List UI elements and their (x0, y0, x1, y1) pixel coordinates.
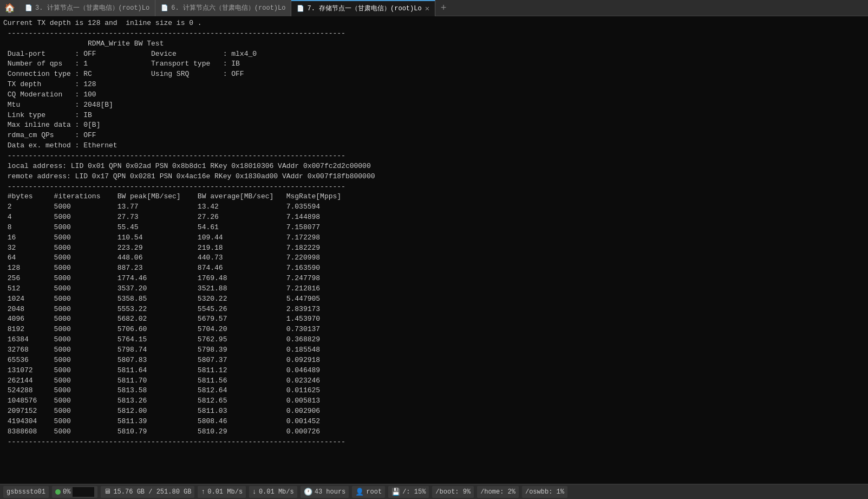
clock-icon: 🕐 (304, 488, 312, 496)
user-icon: 👤 (355, 488, 364, 496)
tab-list: 📄 3. 计算节点一（甘肃电信）(root)Lo 📄 6. 计算节点六（甘肃电信… (19, 0, 868, 16)
disk-home-item: /home: 2% (477, 486, 519, 498)
cpu-value: 0% (63, 488, 70, 496)
download-value: 0.01 Mb/s (259, 488, 294, 496)
uptime-item: 🕐 43 hours (301, 486, 349, 498)
cpu-graph (73, 487, 94, 497)
tab2-icon: 📄 (161, 4, 168, 11)
user-item: 👤 root (352, 486, 385, 498)
tab1-icon: 📄 (25, 4, 32, 11)
tab3-icon: 📄 (297, 5, 304, 12)
upload-item: ↑ 0.01 Mb/s (198, 486, 246, 498)
tab3-close-button[interactable]: ✕ (425, 4, 429, 13)
disk-oswbb-value: /oswbb: 1% (525, 488, 564, 496)
terminal-output: Current TX depth is 128 and inline size … (0, 16, 868, 484)
tab-2[interactable]: 📄 6. 计算节点六（甘肃电信）(root)Lo (155, 0, 291, 16)
disk-root-item: 💾 /: 15% (388, 486, 429, 498)
cpu-item: 0% (52, 486, 97, 498)
uptime-value: 43 hours (315, 488, 346, 496)
statusbar: gsbsssto01 0% 🖥 15.76 GB / 251.80 GB ↑ 0… (0, 484, 868, 499)
disk-home-value: /home: 2% (480, 488, 515, 496)
disk-boot-value: /boot: 9% (435, 488, 471, 496)
memory-item: 🖥 15.76 GB / 251.80 GB (101, 486, 194, 498)
upload-value: 0.01 Mb/s (207, 488, 243, 496)
tab-1[interactable]: 📄 3. 计算节点一（甘肃电信）(root)Lo (19, 0, 155, 16)
disk-boot-item: /boot: 9% (432, 486, 474, 498)
memory-icon: 🖥 (104, 488, 111, 496)
memory-value: 15.76 GB / 251.80 GB (113, 488, 191, 496)
hostname-item: gsbsssto01 (3, 486, 49, 498)
titlebar: 🏠 📄 3. 计算节点一（甘肃电信）(root)Lo 📄 6. 计算节点六（甘肃… (0, 0, 868, 16)
cpu-indicator (55, 489, 61, 495)
user-value: root (366, 488, 382, 496)
upload-icon: ↑ (201, 488, 205, 496)
terminal-text: Current TX depth is 128 and inline size … (3, 18, 865, 447)
disk-icon: 💾 (391, 488, 400, 496)
disk-root-value: /: 15% (402, 488, 426, 496)
download-icon: ↓ (252, 488, 257, 496)
new-tab-button[interactable]: + (435, 0, 452, 16)
tab3-label: 7. 存储节点一（甘肃电信）(root)Lo (307, 4, 421, 13)
tab2-label: 6. 计算节点六（甘肃电信）(root)Lo (171, 3, 285, 12)
tab1-label: 3. 计算节点一（甘肃电信）(root)Lo (35, 3, 149, 12)
tab-3[interactable]: 📄 7. 存储节点一（甘肃电信）(root)Lo ✕ (291, 0, 435, 16)
download-item: ↓ 0.01 Mb/s (249, 486, 297, 498)
disk-oswbb-item: /oswbb: 1% (522, 486, 567, 498)
hostname-label: gsbsssto01 (6, 488, 45, 496)
home-button[interactable]: 🏠 (0, 0, 19, 16)
